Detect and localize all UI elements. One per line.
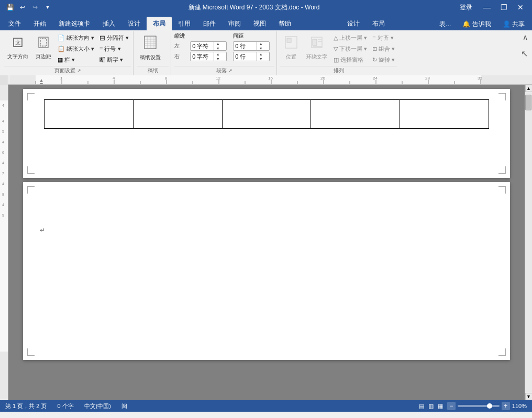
indent-right-input[interactable]: ▲ ▼	[190, 52, 227, 61]
save-qat-button[interactable]: 💾	[4, 2, 16, 13]
group-arrange-label: 排列	[334, 67, 344, 74]
rotate-button[interactable]: ↻ 旋转 ▾	[370, 54, 397, 65]
view-web-button[interactable]: ▥	[428, 403, 434, 410]
spacing-before-input[interactable]: ▲ ▼	[233, 41, 270, 51]
svg-text:8: 8	[165, 76, 168, 81]
scroll-track[interactable]	[525, 92, 532, 393]
scroll-thumb[interactable]	[525, 95, 531, 110]
scroll-up-button[interactable]: ▲	[525, 85, 533, 92]
bring-forward-button[interactable]: △ 上移一层 ▾	[331, 32, 369, 43]
tab-design[interactable]: 设计	[121, 17, 147, 30]
zoom-slider[interactable]	[458, 405, 500, 407]
page-size-button[interactable]: 📋 纸张大小 ▾	[56, 43, 96, 54]
table-cell[interactable]	[133, 100, 222, 129]
page-1	[23, 89, 510, 178]
document-area[interactable]: ↵	[8, 85, 525, 400]
svg-text:4: 4	[2, 104, 4, 107]
hyphenation-button[interactable]: 断 断字 ▾	[97, 54, 131, 65]
page-orientation-button[interactable]: 📄 纸张方向 ▾	[56, 32, 96, 43]
tab-new[interactable]: 新建选项卡	[52, 17, 96, 30]
zoom-slider-thumb[interactable]	[487, 403, 492, 409]
hyphenation-icon: 断	[99, 56, 105, 64]
indent-right-field[interactable]	[191, 53, 214, 60]
indent-left-input[interactable]: ▲ ▼	[190, 41, 227, 51]
group-paragraph-expand[interactable]: ↗	[228, 68, 232, 73]
text-direction-button[interactable]: 文 文字方向	[4, 32, 31, 64]
undo-qat-button[interactable]: ↩	[17, 2, 28, 13]
indent-right-spinners: ▲ ▼	[214, 52, 221, 61]
columns-button[interactable]: ▦ 栏 ▾	[56, 54, 96, 65]
document-table[interactable]	[44, 99, 489, 129]
tab-help[interactable]: 帮助	[272, 17, 297, 30]
indent-right-down[interactable]: ▼	[214, 57, 221, 61]
spacing-after-input[interactable]: ▲ ▼	[233, 52, 270, 61]
scroll-down-button[interactable]: ▼	[525, 393, 533, 400]
selection-pane-button[interactable]: ◫ 选择窗格	[331, 54, 369, 65]
indent-left-field[interactable]	[191, 43, 214, 49]
ribbon-right-actions: 表... 🔔 告诉我 👤 共享	[434, 18, 532, 30]
spacing-after-down[interactable]: ▼	[257, 57, 264, 61]
restore-button[interactable]: ❐	[496, 0, 511, 15]
align-button[interactable]: ≡ 对齐 ▾	[370, 32, 397, 43]
tab-references[interactable]: 引用	[172, 17, 197, 30]
position-button[interactable]: 位置	[280, 32, 302, 64]
selection-pane-label: 选择窗格	[340, 56, 363, 64]
group-button[interactable]: ⊡ 组合 ▾	[370, 43, 397, 54]
tab-home[interactable]: 开始	[27, 17, 52, 30]
indent-left-label: 左	[174, 42, 189, 50]
tab-review[interactable]: 审阅	[222, 17, 247, 30]
page-setup-col1: 📄 纸张方向 ▾ 📋 纸张大小 ▾ ▦ 栏 ▾	[56, 32, 96, 65]
group-page-setup-expand[interactable]: ↗	[77, 68, 81, 73]
indent-left-up[interactable]: ▲	[214, 41, 221, 46]
group-icon: ⊡	[372, 46, 377, 52]
spacing-before-up[interactable]: ▲	[257, 41, 264, 46]
spacing-after-field[interactable]	[234, 53, 257, 60]
page1-corner-tr	[498, 93, 506, 100]
group-paragraph-footer: 段落 ↗	[174, 66, 274, 74]
share-button[interactable]: 👤 共享	[497, 18, 530, 30]
spacing-before-down[interactable]: ▼	[257, 46, 264, 51]
tab-view[interactable]: 视图	[247, 17, 272, 30]
group-page-setup-footer: 页面设置 ↗	[4, 66, 131, 74]
minimize-button[interactable]: —	[480, 0, 494, 15]
spacing-after-up[interactable]: ▲	[257, 52, 264, 57]
page-orientation-icon: 📄	[58, 35, 65, 41]
group-draft-paper: 稿纸设置 稿纸	[135, 31, 171, 75]
customize-qat-button[interactable]: ▼	[42, 2, 53, 13]
table-info-button[interactable]: 表...	[434, 18, 456, 30]
zoom-in-button[interactable]: +	[502, 402, 510, 410]
tab-design2[interactable]: 设计	[341, 17, 366, 30]
indent-label: 缩进	[174, 32, 227, 40]
send-backward-icon: ▽	[334, 46, 338, 52]
indent-right-row: 右 ▲ ▼	[174, 52, 227, 61]
line-numbers-button[interactable]: ≡ 行号 ▾	[97, 43, 131, 54]
wrap-text-button[interactable]: 环绕文字	[303, 32, 330, 64]
indent-right-up[interactable]: ▲	[214, 52, 221, 57]
draft-paper-button[interactable]: 稿纸设置	[137, 32, 164, 64]
collapse-ribbon-button[interactable]: ∧	[520, 32, 530, 42]
indent-left-down[interactable]: ▼	[214, 46, 221, 51]
spacing-before-field[interactable]	[234, 43, 257, 49]
zoom-out-button[interactable]: −	[447, 402, 456, 410]
horizontal-ruler[interactable]: 1 4 8 12 16 20	[8, 75, 532, 85]
breaks-button[interactable]: ⊟ 分隔符 ▾	[97, 32, 131, 43]
vertical-scrollbar[interactable]: ▲ ▼	[525, 85, 532, 400]
login-button[interactable]: 登录	[455, 2, 478, 14]
table-cell[interactable]	[311, 100, 400, 129]
tab-insert[interactable]: 插入	[96, 17, 121, 30]
table-cell[interactable]	[45, 100, 134, 129]
tab-layout[interactable]: 布局	[147, 17, 172, 30]
table-cell[interactable]	[400, 100, 489, 129]
view-normal-button[interactable]: ▤	[419, 403, 424, 410]
close-button[interactable]: ✕	[513, 0, 528, 15]
tab-mailings[interactable]: 邮件	[197, 17, 222, 30]
tell-me-button[interactable]: 🔔 告诉我	[457, 18, 496, 30]
spacing-after-spinners: ▲ ▼	[257, 52, 264, 61]
margins-button[interactable]: 页边距	[32, 32, 54, 64]
redo-qat-button[interactable]: ↪	[29, 2, 41, 13]
view-read-button[interactable]: ▦	[438, 403, 443, 410]
tab-file[interactable]: 文件	[2, 17, 27, 30]
table-cell[interactable]	[222, 100, 311, 129]
send-backward-button[interactable]: ▽ 下移一层 ▾	[331, 43, 369, 54]
tab-layout2[interactable]: 布局	[366, 17, 391, 30]
